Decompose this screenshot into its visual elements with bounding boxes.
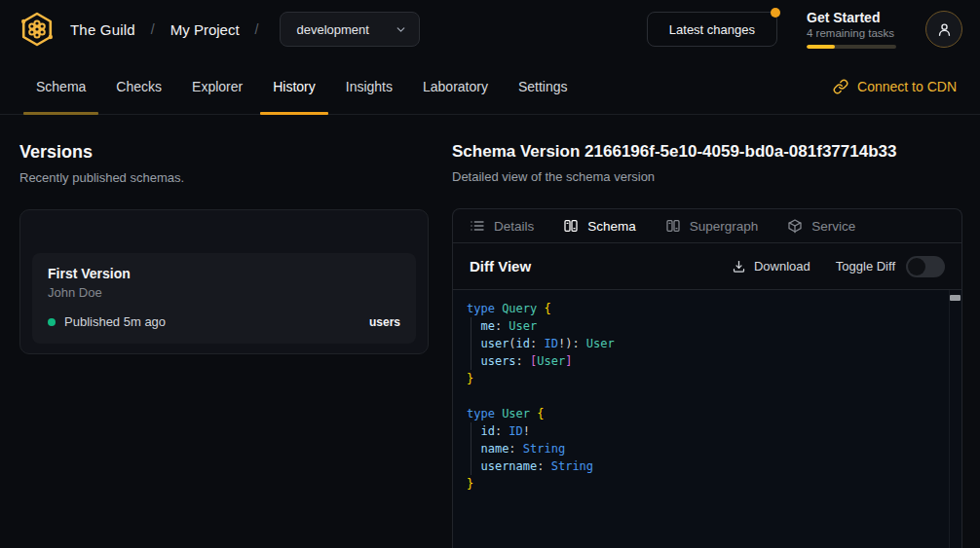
list-icon: [470, 218, 485, 234]
download-icon: [732, 259, 746, 274]
nav-tab-checks[interactable]: Checks: [103, 58, 174, 114]
detail-tab-label: Schema: [587, 219, 636, 234]
versions-list-card: First Version John Doe Published 5m ago …: [19, 209, 429, 354]
version-detail-column: Schema Version 2166196f-5e10-4059-bd0a-0…: [452, 142, 962, 548]
download-label: Download: [754, 259, 810, 274]
diff-view-title: Diff View: [470, 258, 531, 274]
latest-changes-button[interactable]: Latest changes: [647, 12, 777, 47]
get-started-title: Get Started: [807, 10, 896, 25]
detail-tab-label: Supergraph: [690, 219, 759, 234]
code-line: }: [467, 475, 948, 493]
detail-tab-supergraph[interactable]: Supergraph: [665, 218, 759, 234]
schema-sdl-code: type Query { me: User user(id: ID!): Use…: [453, 290, 961, 548]
nav-tab-settings[interactable]: Settings: [506, 58, 581, 114]
detail-tabs: DetailsSchemaSupergraphService: [453, 209, 961, 243]
link-icon: [833, 79, 848, 94]
latest-changes-label: Latest changes: [669, 22, 755, 37]
code-line: id: ID!: [467, 422, 948, 440]
detail-tab-schema[interactable]: Schema: [563, 218, 636, 234]
version-name: First Version: [48, 266, 400, 281]
nav-tab-laboratory[interactable]: Laboratory: [410, 58, 501, 114]
code-line: type User {: [467, 405, 948, 422]
nav-tab-explorer[interactable]: Explorer: [179, 58, 255, 114]
columns-icon: [563, 218, 579, 234]
switch-knob: [908, 258, 925, 275]
toggle-diff-label: Toggle Diff: [836, 259, 895, 274]
connect-to-cdn-link[interactable]: Connect to CDN: [833, 58, 957, 114]
target-selected-value: development: [296, 22, 368, 37]
target-selector[interactable]: development: [280, 12, 419, 47]
indent-guide: [471, 422, 471, 475]
nav-tab-schema[interactable]: Schema: [23, 58, 98, 114]
code-line: users: [User]: [467, 352, 948, 370]
hive-logo-icon[interactable]: [18, 10, 57, 49]
code-line: user(id: ID!): User: [467, 335, 948, 352]
detail-tab-label: Service: [811, 219, 855, 234]
versions-column: Versions Recently published schemas. Fir…: [19, 142, 429, 548]
schema-version-subtitle: Detailed view of the schema version: [452, 169, 962, 184]
nav-tab-insights[interactable]: Insights: [333, 58, 405, 114]
breadcrumb-separator: /: [149, 21, 157, 37]
org-breadcrumb[interactable]: The Guild: [70, 21, 135, 38]
versions-subtitle: Recently published schemas.: [19, 170, 429, 185]
detail-tab-service[interactable]: Service: [787, 218, 855, 234]
breadcrumb: The Guild / My Project / development: [18, 10, 420, 49]
version-status: Published 5m ago: [64, 314, 166, 329]
notification-dot: [771, 8, 780, 18]
version-service-name: users: [369, 315, 400, 329]
code-scrollbar-thumb[interactable]: [950, 295, 961, 301]
code-line: username: String: [467, 457, 948, 475]
breadcrumb-separator: /: [253, 21, 261, 37]
get-started-widget[interactable]: Get Started 4 remaining tasks: [807, 10, 896, 49]
main-nav: SchemaChecksExplorerHistoryInsightsLabor…: [0, 58, 980, 115]
top-header: The Guild / My Project / development Lat…: [0, 0, 980, 58]
detail-tab-label: Details: [494, 219, 534, 234]
nav-tabs: SchemaChecksExplorerHistoryInsightsLabor…: [23, 58, 585, 114]
get-started-progress-fill: [807, 45, 835, 49]
cube-icon: [787, 218, 803, 234]
code-line: type Query {: [467, 300, 948, 317]
code-line: name: String: [467, 440, 948, 457]
project-breadcrumb[interactable]: My Project: [170, 21, 240, 38]
schema-detail-panel: DetailsSchemaSupergraphService Diff View…: [452, 208, 962, 548]
schema-version-title: Schema Version 2166196f-5e10-4059-bd0a-0…: [452, 142, 962, 162]
code-line: me: User: [467, 317, 948, 335]
code-line: }: [467, 370, 948, 387]
published-status-dot: [48, 318, 56, 326]
nav-tab-history[interactable]: History: [260, 58, 328, 114]
main-content: Versions Recently published schemas. Fir…: [0, 115, 980, 548]
columns-icon: [665, 218, 681, 234]
detail-tab-details[interactable]: Details: [470, 218, 534, 234]
person-icon: [936, 21, 953, 38]
versions-title: Versions: [19, 142, 429, 163]
version-list-item[interactable]: First Version John Doe Published 5m ago …: [32, 253, 416, 344]
code-scrollbar[interactable]: [949, 290, 961, 548]
toggle-diff-switch[interactable]: [906, 256, 945, 277]
chevron-down-icon: [395, 23, 407, 36]
get-started-subtitle: 4 remaining tasks: [807, 27, 896, 39]
user-avatar[interactable]: [925, 11, 962, 48]
connect-to-cdn-label: Connect to CDN: [857, 79, 957, 94]
code-line: [467, 387, 948, 405]
indent-guide: [471, 317, 471, 370]
version-author: John Doe: [48, 285, 400, 300]
download-button[interactable]: Download: [732, 259, 810, 274]
diff-header: Diff View Download Toggle Diff: [453, 243, 961, 290]
get-started-progressbar: [807, 45, 896, 49]
